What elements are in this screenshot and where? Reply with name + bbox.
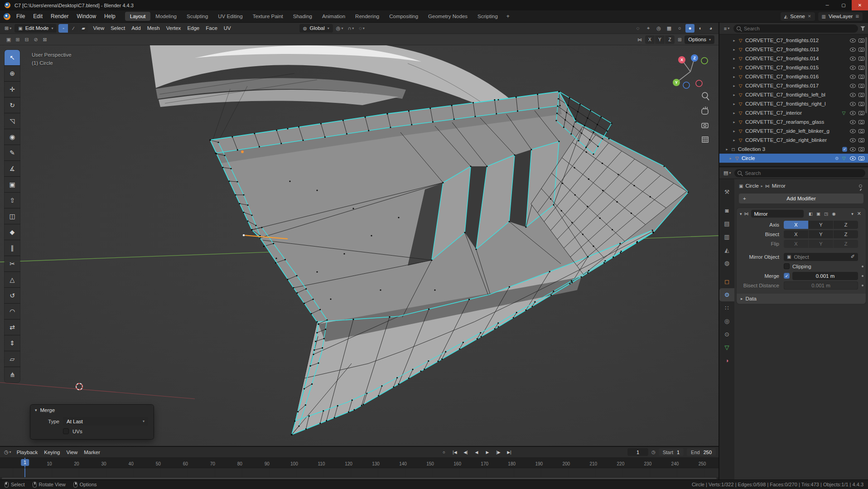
- select-intersect-button[interactable]: ⊠: [40, 35, 49, 44]
- outliner-item-corvette-c7-frontlights-017[interactable]: ▸▽CORVETTE_C7_frontlights.017: [719, 81, 868, 90]
- properties-tab-object-data[interactable]: ▽: [719, 341, 734, 354]
- frame-tick-240[interactable]: 240: [671, 461, 679, 466]
- expand-icon[interactable]: ▸: [731, 84, 737, 88]
- tool-shrink-fatten[interactable]: ⇕: [5, 335, 20, 351]
- transport-jump-to-end-button[interactable]: ▶|: [504, 448, 514, 456]
- axis-x-toggle[interactable]: X: [784, 221, 808, 229]
- outliner-item-circle[interactable]: ▸▽Circle⚙▽: [719, 154, 868, 163]
- workspace-tab-shading[interactable]: Shading: [288, 12, 317, 21]
- hide-in-viewport-icon[interactable]: [850, 93, 856, 97]
- mode-dropdown[interactable]: ▣ Edit Mode ▾: [14, 24, 57, 33]
- outliner-item-corvette-c7-frontlights-015[interactable]: ▸▽CORVETTE_C7_frontlights.015: [719, 63, 868, 72]
- frame-tick-220[interactable]: 220: [617, 461, 625, 466]
- current-frame-field[interactable]: 1: [627, 448, 648, 456]
- show-object-types-button[interactable]: ◌: [633, 24, 642, 33]
- workspace-tab-texture-paint[interactable]: Texture Paint: [248, 12, 288, 21]
- workspace-tab-rendering[interactable]: Rendering: [350, 12, 384, 21]
- menu-window[interactable]: Window: [72, 12, 100, 21]
- breadcrumb-object[interactable]: Circle: [745, 183, 758, 189]
- 3d-cursor[interactable]: [72, 379, 87, 394]
- frame-tick-110[interactable]: 110: [318, 461, 325, 466]
- tool-transform[interactable]: ◉: [5, 129, 20, 145]
- frame-tick-250[interactable]: 250: [699, 461, 706, 466]
- select-mode-face[interactable]: ▰: [78, 24, 88, 33]
- add-modifier-button[interactable]: + Add Modifier: [739, 194, 863, 203]
- disable-in-render-icon[interactable]: [858, 75, 864, 79]
- tool-knife[interactable]: ✂: [5, 256, 20, 271]
- tool-extrude-region[interactable]: ⇧: [5, 193, 20, 208]
- axis-z-toggle[interactable]: Z: [834, 221, 858, 229]
- transport-jump-to-prev-keyframe-button[interactable]: ◀|: [461, 448, 471, 456]
- menu-edit[interactable]: Edit: [29, 12, 47, 21]
- hide-in-viewport-icon[interactable]: [850, 120, 856, 124]
- disable-in-render-icon[interactable]: [858, 84, 864, 88]
- outliner-item-corvette-c7-rearlamps-glass[interactable]: ▸▽CORVETTE_C7_rearlamps_glass: [719, 117, 868, 126]
- hide-in-viewport-icon[interactable]: [850, 129, 856, 133]
- expand-icon[interactable]: ▸: [731, 39, 737, 43]
- bisect-x-toggle[interactable]: X: [784, 230, 808, 238]
- outliner-search-input[interactable]: [743, 25, 855, 32]
- workspace-tab-animation[interactable]: Animation: [317, 12, 350, 21]
- animate-property-dot[interactable]: [862, 266, 863, 267]
- frame-tick-100[interactable]: 100: [290, 461, 298, 466]
- disable-in-render-icon[interactable]: [858, 48, 864, 52]
- pin-icon[interactable]: [859, 184, 862, 188]
- timeline-menu-playback[interactable]: Playback: [14, 449, 41, 456]
- frame-tick-60[interactable]: 60: [183, 461, 188, 466]
- editor-type-button[interactable]: ⊞ ▾: [3, 24, 13, 33]
- frame-tick-40[interactable]: 40: [129, 461, 134, 466]
- timeline-channels[interactable]: [0, 468, 719, 477]
- properties-tab-view-layer[interactable]: ▥: [719, 230, 734, 243]
- transport-auto-keying-button[interactable]: ○: [439, 448, 449, 456]
- timeline-scrollbar[interactable]: [2, 478, 717, 479]
- expand-icon[interactable]: ▸: [731, 111, 737, 115]
- expand-icon[interactable]: ▸: [724, 147, 730, 151]
- display-edit-mode-toggle[interactable]: ▣: [815, 210, 822, 218]
- expand-icon[interactable]: ▸: [731, 66, 737, 70]
- properties-tab-object[interactable]: ◻: [719, 275, 734, 288]
- hide-in-viewport-icon[interactable]: [850, 84, 856, 88]
- frame-tick-200[interactable]: 200: [562, 461, 570, 466]
- frame-tick-80[interactable]: 80: [237, 461, 242, 466]
- merge-threshold-field[interactable]: 0.001 m: [792, 272, 858, 280]
- extras-menu-icon[interactable]: ▾: [851, 212, 854, 216]
- expand-icon[interactable]: ▸: [731, 57, 737, 61]
- tool-spin[interactable]: ↺: [5, 288, 20, 303]
- show-overlays-button[interactable]: ◎: [654, 24, 663, 33]
- frame-tick-230[interactable]: 230: [644, 461, 652, 466]
- tool-annotate[interactable]: ✎: [5, 145, 20, 160]
- hide-in-viewport-icon[interactable]: [850, 39, 856, 43]
- navigation-gizmo[interactable]: XYZ: [673, 54, 708, 88]
- remove-modifier-icon[interactable]: ✕: [856, 211, 863, 217]
- menu-file[interactable]: File: [12, 12, 29, 21]
- disable-in-render-icon[interactable]: [858, 138, 864, 142]
- frame-tick-130[interactable]: 130: [372, 461, 380, 466]
- timeline-menu-keying[interactable]: Keying: [41, 449, 63, 456]
- orientation-dropdown[interactable]: ◍ Global ▾: [299, 24, 333, 33]
- transport-jump-to-start-button[interactable]: |◀: [450, 448, 460, 456]
- frame-tick-180[interactable]: 180: [508, 461, 516, 466]
- properties-tab-world[interactable]: ◍: [719, 257, 734, 270]
- expand-icon[interactable]: ▸: [731, 48, 737, 52]
- collection-checkbox[interactable]: ✓: [842, 147, 847, 152]
- workspace-tab-geometry-nodes[interactable]: Geometry Nodes: [423, 12, 473, 21]
- breadcrumb-modifier[interactable]: Mirror: [772, 183, 786, 189]
- pivot-point-dropdown[interactable]: ◎▾: [335, 24, 345, 33]
- add-workspace-button[interactable]: +: [503, 11, 513, 21]
- tool-edge-slide[interactable]: ⇄: [5, 320, 20, 335]
- tool-mirror-y-toggle[interactable]: Y: [655, 35, 665, 44]
- expand-icon[interactable]: ▾: [740, 212, 742, 216]
- workspace-tab-modeling[interactable]: Modeling: [150, 12, 182, 21]
- outliner-item-collection-3[interactable]: ▸□Collection 3✓: [719, 145, 868, 154]
- show-gizmo-button[interactable]: ⌖: [644, 24, 653, 33]
- frame-tick-190[interactable]: 190: [535, 461, 543, 466]
- tool-add-cube[interactable]: ▣: [5, 177, 20, 192]
- disable-in-render-icon[interactable]: [858, 129, 864, 133]
- expand-icon[interactable]: ▸: [731, 93, 737, 97]
- hide-in-viewport-icon[interactable]: [850, 147, 856, 151]
- tool-smooth[interactable]: ◠: [5, 304, 20, 319]
- display-render-toggle[interactable]: ◉: [830, 210, 838, 218]
- current-frame-marker[interactable]: 1: [21, 459, 29, 466]
- tool-measure[interactable]: ∡: [5, 161, 20, 176]
- flip-y-toggle[interactable]: Y: [809, 240, 833, 248]
